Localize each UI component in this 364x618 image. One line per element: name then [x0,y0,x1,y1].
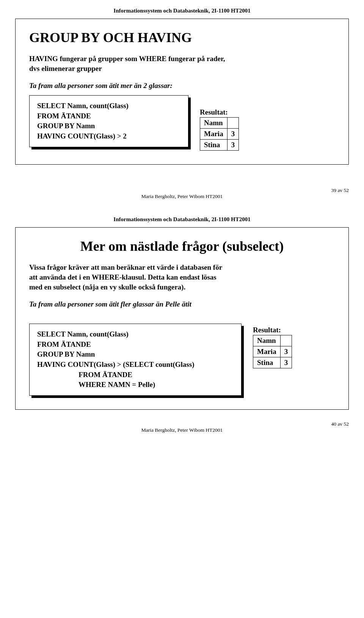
result-cell-name: Maria [200,129,228,140]
footer-author: Maria Bergholtz, Peter Wibom HT2001 [141,427,223,433]
table-row: Maria 3 [200,129,239,140]
slide-title: Mer om nästlade frågor (subselect) [29,238,335,254]
footer-author-row: Maria Bergholtz, Peter Wibom HT2001 [15,427,349,433]
code-result-row: SELECT Namn, count(Glass) FROM ÄTANDE GR… [29,324,335,396]
result-table: Namn Maria 3 Stina 3 [200,117,239,151]
table-row: Stina 3 [253,357,292,368]
doc-header: Informationssystem och Databasteknik, 2I… [15,216,349,223]
code-result-row: SELECT Namn, count(Glass) FROM ÄTANDE GR… [29,95,335,151]
result-cell-name: Stina [200,140,228,151]
result-label: Resultat: [200,108,239,116]
slide-subtitle: Vissa frågor kräver att man beräknar ett… [29,263,335,292]
footer-row: 39 av 52 [15,187,349,193]
result-cell-name: Stina [253,357,281,368]
result-cell-val: 3 [280,357,292,368]
doc-header: Informationssystem och Databasteknik, 2I… [15,8,349,14]
footer-row: 40 av 52 [15,421,349,427]
sql-code: SELECT Namn, count(Glass) FROM ÄTANDE GR… [29,324,242,396]
result-cell-val: 3 [227,129,239,140]
result-head-name: Namn [200,118,228,129]
result-cell-val: 3 [280,346,292,357]
slide-title: GROUP BY OCH HAVING [29,30,335,46]
sql-code-box: SELECT Namn, count(Glass) FROM ÄTANDE GR… [29,95,188,147]
result-head-name: Namn [253,335,281,346]
slide-1: Informationssystem och Databasteknik, 2I… [15,8,349,200]
sql-code: SELECT Namn, count(Glass) FROM ÄTANDE GR… [29,95,188,147]
result-head-empty [227,118,239,129]
table-row: Stina 3 [200,140,239,151]
result-block: Resultat: Namn Maria 3 Stina 3 [253,326,292,368]
slide-subtitle: HAVING fungerar på grupper som WHERE fun… [29,54,335,73]
result-cell-name: Maria [253,346,281,357]
table-row: Namn [253,335,292,346]
result-block: Resultat: Namn Maria 3 Stina 3 [200,108,239,151]
slide-2: Informationssystem och Databasteknik, 2I… [15,216,349,433]
result-head-empty [280,335,292,346]
slide-prompt: Ta fram alla personer som ätit fler glas… [29,300,335,308]
result-cell-val: 3 [227,140,239,151]
table-row: Namn [200,118,239,129]
slide-prompt: Ta fram alla personer som ätit mer än 2 … [29,82,335,90]
result-table: Namn Maria 3 Stina 3 [253,335,292,368]
page-number: 40 av 52 [331,421,349,427]
footer-author: Maria Bergholtz, Peter Wibom HT2001 [141,193,223,200]
page-number: 39 av 52 [331,187,349,193]
table-row: Maria 3 [253,346,292,357]
result-label: Resultat: [253,326,292,334]
footer-author-row: Maria Bergholtz, Peter Wibom HT2001 [15,193,349,200]
slide-content-box: GROUP BY OCH HAVING HAVING fungerar på g… [15,19,349,165]
slide-content-box: Mer om nästlade frågor (subselect) Vissa… [15,227,349,409]
sql-code-box: SELECT Namn, count(Glass) FROM ÄTANDE GR… [29,324,242,396]
